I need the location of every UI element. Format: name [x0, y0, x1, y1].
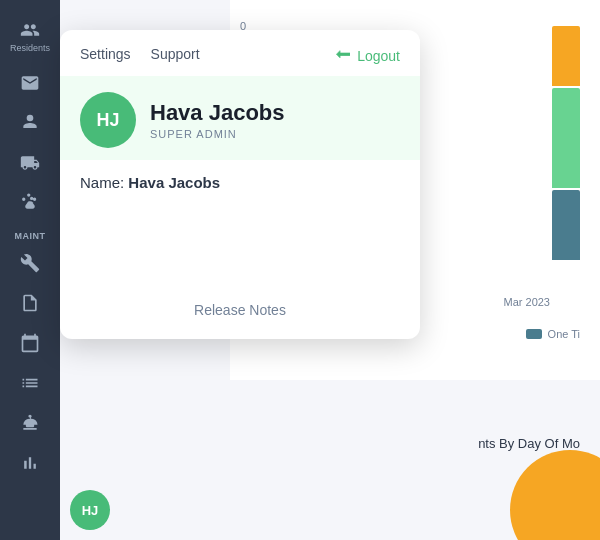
decorative-arc [510, 450, 600, 540]
logout-icon: ⮕ [334, 46, 351, 66]
user-info-section: HJ Hava Jacobs SUPER ADMIN [60, 76, 420, 160]
sidebar-item-deliveries[interactable] [0, 143, 60, 183]
settings-nav-item[interactable]: Settings [80, 46, 131, 66]
sidebar-item-pets[interactable] [0, 183, 60, 223]
bar-orange-1 [552, 26, 580, 86]
sidebar-item-analytics[interactable] [0, 443, 60, 483]
legend-box [526, 329, 542, 339]
section-title: nts By Day Of Mo [478, 436, 580, 451]
legend-label: One Ti [548, 328, 580, 340]
name-field-row: Name: Hava Jacobs [60, 160, 420, 205]
sidebar-item-bot[interactable] [0, 403, 60, 443]
bar-green-1 [552, 88, 580, 188]
bottom-user-avatar[interactable]: HJ [70, 490, 110, 530]
user-avatar: HJ [80, 92, 136, 148]
sidebar-item-document[interactable] [0, 283, 60, 323]
maintenance-section-label: MAINT [0, 223, 60, 243]
user-role: SUPER ADMIN [150, 128, 285, 140]
sidebar-item-residents[interactable]: Residents [0, 10, 60, 63]
logout-button[interactable]: ⮕ Logout [334, 46, 400, 66]
sidebar-item-mail[interactable] [0, 63, 60, 103]
user-popup: Settings Support ⮕ Logout HJ Hava Jacobs… [60, 30, 420, 339]
popup-spacer [60, 205, 420, 285]
x-axis-label: Mar 2023 [504, 296, 550, 308]
release-notes-section: Release Notes [60, 285, 420, 339]
sidebar-item-users[interactable] [0, 103, 60, 143]
sidebar: Residents MAINT [0, 0, 60, 540]
bottom-avatar-initials: HJ [82, 503, 99, 518]
sidebar-item-wrench[interactable] [0, 243, 60, 283]
popup-nav: Settings Support ⮕ Logout [60, 30, 420, 76]
user-name: Hava Jacobs [150, 100, 285, 126]
bar-teal-1 [552, 190, 580, 260]
support-nav-item[interactable]: Support [151, 46, 200, 66]
user-details: Hava Jacobs SUPER ADMIN [150, 100, 285, 140]
sidebar-residents-label: Residents [10, 43, 50, 53]
name-field-value: Hava Jacobs [128, 174, 220, 191]
sidebar-item-calendar[interactable] [0, 323, 60, 363]
logout-label: Logout [357, 48, 400, 64]
sidebar-item-list[interactable] [0, 363, 60, 403]
user-avatar-initials: HJ [96, 110, 119, 131]
release-notes-link[interactable]: Release Notes [194, 302, 286, 318]
name-field-label: Name: [80, 174, 124, 191]
